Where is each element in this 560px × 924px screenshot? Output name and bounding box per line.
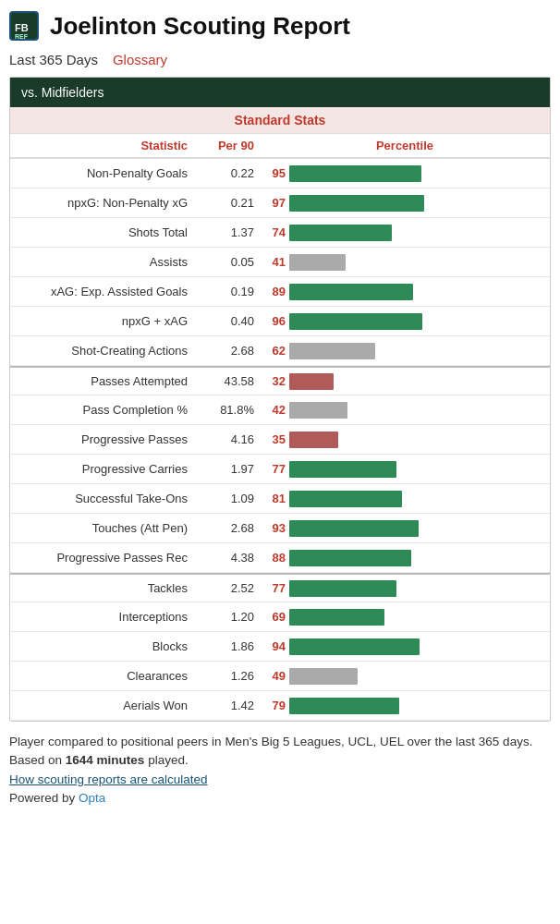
bar-fill (289, 343, 375, 359)
nav-glossary[interactable]: Glossary (113, 52, 167, 67)
page-title: Joelinton Scouting Report (50, 12, 350, 41)
bar-fill (289, 254, 346, 271)
table-row: npxG + xAG 0.40 96 (10, 307, 550, 336)
cell-per90: 0.05 (195, 255, 260, 269)
cell-per90: 1.42 (195, 699, 260, 712)
table-row: Touches (Att Pen) 2.68 93 (10, 514, 550, 543)
bar-track (289, 668, 546, 685)
column-headers: Statistic Per 90 Percentile (10, 134, 550, 159)
bar-track (289, 698, 546, 714)
bar-fill (289, 609, 384, 626)
cell-percentile: 88 (260, 550, 550, 566)
pct-value: 95 (260, 166, 286, 180)
cell-per90: 81.8% (195, 403, 260, 417)
cell-percentile: 96 (260, 313, 550, 330)
bar-fill (289, 195, 424, 212)
cell-stat: Interceptions (10, 610, 195, 624)
bar-fill (289, 698, 399, 714)
cell-stat: Shot-Creating Actions (10, 344, 195, 358)
table-row: Tackles 2.52 77 (10, 573, 550, 602)
cell-percentile: 95 (260, 165, 550, 182)
cell-stat: Clearances (10, 669, 195, 683)
cell-stat: Passes Attempted (10, 374, 195, 388)
table-row: Successful Take-Ons 1.09 81 (10, 484, 550, 514)
cell-per90: 43.58 (195, 374, 260, 388)
cell-per90: 0.21 (195, 196, 260, 210)
pct-value: 42 (260, 403, 286, 417)
section-header: Standard Stats (10, 107, 550, 134)
cell-percentile: 69 (260, 609, 550, 626)
cell-stat: Blocks (10, 639, 195, 653)
logo: FB REF (9, 11, 43, 41)
table-row: Non-Penalty Goals 0.22 95 (10, 159, 550, 188)
pct-value: 69 (260, 610, 286, 624)
col-header-statistic: Statistic (10, 139, 195, 152)
pct-value: 77 (260, 581, 286, 595)
tab-label: vs. Midfielders (21, 85, 103, 100)
cell-percentile: 79 (260, 698, 550, 714)
table-row: Interceptions 1.20 69 (10, 602, 550, 632)
cell-percentile: 74 (260, 225, 550, 241)
table-row: Passes Attempted 43.58 32 (10, 366, 550, 395)
cell-stat: Progressive Passes Rec (10, 551, 195, 565)
cell-per90: 1.20 (195, 610, 260, 624)
logo-icon: FB REF (9, 11, 39, 41)
cell-percentile: 62 (260, 343, 550, 359)
cell-per90: 0.22 (195, 166, 260, 180)
bar-track (289, 550, 546, 566)
cell-percentile: 41 (260, 254, 550, 271)
cell-stat: Touches (Att Pen) (10, 521, 195, 535)
table-row: Pass Completion % 81.8% 42 (10, 395, 550, 425)
footer-link-line: How scouting reports are calculated (9, 771, 551, 789)
pct-value: 49 (260, 669, 286, 683)
bar-track (289, 491, 546, 507)
pct-value: 77 (260, 462, 286, 476)
pct-value: 79 (260, 699, 286, 712)
cell-percentile: 97 (260, 195, 550, 212)
cell-percentile: 77 (260, 580, 550, 597)
bar-fill (289, 313, 422, 330)
table-row: Shots Total 1.37 74 (10, 218, 550, 248)
cell-per90: 1.37 (195, 225, 260, 239)
pct-value: 93 (260, 521, 286, 535)
cell-percentile: 77 (260, 461, 550, 478)
bar-fill (289, 520, 419, 537)
scouting-reports-link[interactable]: How scouting reports are calculated (9, 772, 208, 786)
pct-value: 74 (260, 225, 286, 239)
pct-value: 32 (260, 374, 286, 388)
bar-track (289, 195, 546, 212)
svg-text:FB: FB (15, 22, 29, 33)
pct-value: 35 (260, 432, 286, 446)
bar-track (289, 254, 546, 271)
cell-percentile: 35 (260, 432, 550, 448)
tab-bar[interactable]: vs. Midfielders (10, 78, 550, 107)
cell-stat: Tackles (10, 581, 195, 595)
cell-per90: 2.68 (195, 344, 260, 358)
bar-fill (289, 491, 402, 507)
bar-track (289, 225, 546, 241)
cell-per90: 1.97 (195, 462, 260, 476)
bar-track (289, 165, 546, 182)
pct-value: 89 (260, 285, 286, 298)
bar-track (289, 373, 546, 390)
bar-track (289, 520, 546, 537)
nav-bar: Last 365 Days Glossary (0, 48, 560, 77)
bar-track (289, 461, 546, 478)
footer: Player compared to positional peers in M… (0, 722, 560, 813)
table-container: vs. Midfielders Standard Stats Statistic… (9, 77, 551, 722)
table-row: Assists 0.05 41 (10, 248, 550, 277)
pct-value: 96 (260, 314, 286, 328)
cell-stat: Progressive Passes (10, 432, 195, 446)
bar-track (289, 638, 546, 655)
opta-link: Opta (79, 791, 105, 805)
cell-stat: Progressive Carries (10, 462, 195, 476)
pct-value: 94 (260, 639, 286, 653)
footer-description: Player compared to positional peers in M… (9, 733, 551, 771)
bar-fill (289, 402, 347, 419)
cell-percentile: 81 (260, 491, 550, 507)
bar-track (289, 432, 546, 448)
pct-value: 41 (260, 255, 286, 269)
cell-percentile: 89 (260, 284, 550, 300)
cell-per90: 0.19 (195, 285, 260, 298)
nav-period: Last 365 Days (9, 52, 98, 67)
